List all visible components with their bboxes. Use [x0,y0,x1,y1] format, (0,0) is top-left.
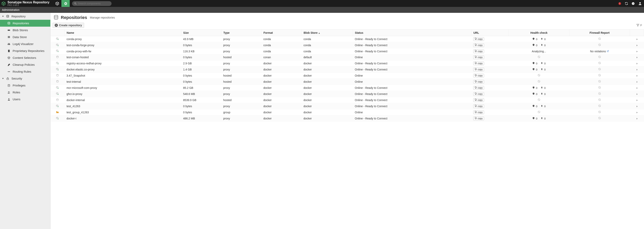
search-input[interactable] [78,2,111,5]
health-counts[interactable]: 0 0 [532,117,546,120]
copy-url-button[interactable]: copy [473,56,484,59]
copy-url-button[interactable]: copy [473,50,484,53]
row-expand[interactable]: › [630,97,644,103]
svg-rect-46 [475,50,476,51]
sidebar-item-proprietary-repositories[interactable]: Proprietary Repositories [0,48,50,54]
sidebar-group-security[interactable]: ▼ Security [0,75,50,82]
cell-health [508,79,569,85]
sidebar-item-cleanup-policies[interactable]: Cleanup Policies [0,61,50,68]
copy-url-button[interactable]: copy [473,44,484,47]
door-icon [7,49,11,52]
sidebar-item-users[interactable]: Users [0,96,50,103]
row-expand[interactable]: › [630,73,644,79]
row-expand[interactable]: › [630,60,644,66]
cell-size: 0 bytes [181,103,221,109]
sidebar-item-roles[interactable]: Roles [0,89,50,96]
create-repository-button[interactable]: + Create repository [52,23,84,28]
cell-health: 0 0 [508,91,569,97]
table-row[interactable]: ghcr.io-proxy548.6 MBproxydockerdockerOn… [50,91,644,97]
copy-url-button[interactable]: copy [473,98,484,102]
row-expand[interactable]: › [630,109,644,116]
nav-admin-button[interactable] [62,0,70,7]
sidebar-item-repositories[interactable]: Repositories [0,20,50,27]
row-expand[interactable]: › [630,54,644,60]
copy-url-button[interactable]: copy [473,86,484,90]
brand-title: Sonatype Nexus Repository [8,1,50,4]
row-expand[interactable]: › [630,103,644,109]
table-row[interactable]: test-internal0 byteshosteddockerdockerOn… [50,79,644,85]
table-row[interactable]: docker.elastic.co-proxy1.4 GBproxydocker… [50,66,644,73]
user-icon[interactable] [638,2,642,6]
row-expand[interactable]: › [630,42,644,48]
table-row[interactable]: test_group_412630 bytesgroupdockerdocker… [50,109,644,116]
cell-name: test_41263 [64,103,181,109]
table-row[interactable]: conda-proxy-with-fw116.3 KBproxycondacon… [50,48,644,54]
refresh-icon[interactable] [625,2,628,5]
cell-url: copy [471,109,508,116]
nav-browse-button[interactable] [53,0,62,7]
external-link-icon[interactable] [607,50,609,53]
sidebar-item-blob-stores[interactable]: Blob Stores [0,27,50,34]
svg-rect-40 [475,44,476,46]
col-size[interactable]: Size [181,30,221,36]
row-expand[interactable]: › [630,48,644,54]
col-name[interactable]: Name [64,30,181,36]
col-type[interactable]: Type [221,30,262,36]
col-url[interactable]: URL [471,30,508,36]
health-counts[interactable]: 0 0 [532,38,546,41]
col-blob-store[interactable]: Blob Store▲ [302,30,353,36]
health-counts[interactable]: 0 0 [532,44,546,47]
copy-url-button[interactable]: copy [473,104,484,108]
row-expand[interactable]: › [630,85,644,91]
health-counts[interactable]: 0 0 [532,68,546,71]
col-firewall-report[interactable]: Firewall Report [569,30,630,36]
copy-url-button[interactable]: copy [473,68,484,71]
cell-format: docker [262,97,302,103]
copy-url-button[interactable]: copy [473,37,484,41]
table-row[interactable]: registry-access-redhat-proxy2.9 GBproxyd… [50,60,644,66]
table-row[interactable]: docker-i486.2 MBproxydockerdockerOnline … [50,116,644,122]
health-counts[interactable]: 0 0 [532,62,546,65]
sidebar-item-log4j-visualizer[interactable]: Log4j Visualizer [0,40,50,48]
table-row[interactable]: test-conda-forge-proxy0 bytesproxycondac… [50,42,644,48]
alert-icon[interactable] [618,2,622,5]
ribbon-icon [540,62,543,65]
health-counts[interactable]: 0 0 [532,105,546,108]
page-header: Repositories Manage repositories [50,13,644,22]
sidebar-item-content-selectors[interactable]: Content Selectors [0,54,50,61]
col-status[interactable]: Status [353,30,471,36]
copy-url-button[interactable]: copy [473,62,484,65]
col-health-check[interactable]: Health check [508,30,569,36]
copy-url-button[interactable]: copy [473,74,484,78]
svg-rect-19 [8,50,10,52]
table-row[interactable]: docker-internal8539.9 GBhosteddockerdock… [50,97,644,103]
row-expand[interactable]: › [630,91,644,97]
copy-url-button[interactable]: copy [473,110,484,114]
cell-health: 0 0 [508,42,569,48]
sidebar-item-routing-rules[interactable]: Routing Rules [0,68,50,75]
copy-url-button[interactable]: copy [473,80,484,84]
table-row[interactable]: 3.47_Snapshot0 byteshosteddockerdockerOn… [50,73,644,79]
sidebar-item-privileges[interactable]: Privileges [0,82,50,89]
table-row[interactable]: conda-proxy43.9 MBproxycondacondaOnline … [50,36,644,42]
cell-format: docker [262,103,302,109]
table-row[interactable]: mcr-microsoft-com-proxy85.2 GBproxydocke… [50,85,644,91]
copy-url-button[interactable]: copy [473,117,484,120]
help-icon[interactable]: ? [631,2,635,5]
copy-url-button[interactable]: copy [473,92,484,96]
col-format[interactable]: Format [262,30,302,36]
row-expand[interactable]: › [630,36,644,42]
search-box[interactable] [72,1,112,6]
row-expand[interactable]: › [630,79,644,85]
row-expand[interactable]: › [630,66,644,73]
table-row[interactable]: test-conan-hosted0 byteshostedconandefau… [50,54,644,60]
filter-icon[interactable] [636,24,640,27]
health-counts[interactable]: 0 0 [532,92,546,96]
health-counts[interactable]: 0 0 [532,86,546,90]
cell-name: docker-i [64,116,181,122]
row-expand[interactable]: › [630,116,644,122]
table-row[interactable]: test_412630 bytesproxydockerdockerOnline… [50,103,644,109]
svg-point-38 [56,44,58,44]
sidebar-group-repository[interactable]: ▼ Repository [0,13,50,20]
sidebar-item-data-store[interactable]: Data Store [0,34,50,40]
